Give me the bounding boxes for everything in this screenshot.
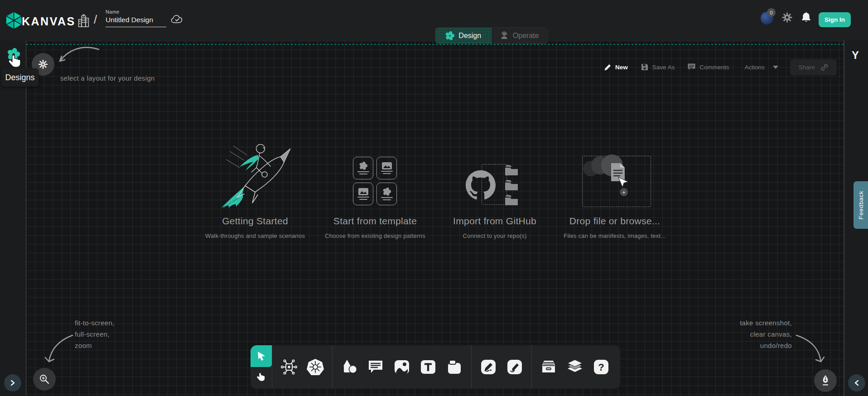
tab-design[interactable]: Design — [435, 28, 492, 43]
bottom-toolbar: ? — [251, 345, 620, 389]
comment-tool[interactable] — [366, 354, 386, 380]
share-button[interactable]: Share — [790, 59, 837, 75]
notification-count-badge: 0 — [767, 8, 776, 17]
layers-tool[interactable] — [565, 354, 585, 380]
mode-toggle: Design Operate — [435, 27, 548, 44]
card-title: Import from GitHub — [453, 216, 536, 227]
hint-line: full-screen, — [75, 328, 115, 340]
hint-line: fit-to-screen, — [75, 317, 115, 328]
save-as-button[interactable]: Save As — [641, 63, 675, 71]
merge-y-icon[interactable]: Y — [852, 49, 859, 62]
layout-hint-text: select a layout for your design — [60, 72, 155, 84]
card-import-github[interactable]: Import from GitHub Connect to your repo(… — [440, 144, 549, 239]
gear-icon[interactable] — [782, 12, 792, 23]
new-pencil-icon — [604, 63, 612, 71]
chevron-down-icon — [773, 66, 778, 69]
share-link-icon — [820, 63, 828, 71]
tab-design-label: Design — [458, 32, 481, 40]
card-subtitle: Files can be manifests, images, text... — [564, 232, 665, 239]
pen-nib-icon — [820, 375, 831, 386]
comments-button[interactable]: Comments — [687, 63, 729, 71]
template-tile — [376, 157, 397, 179]
new-button[interactable]: New — [604, 63, 628, 71]
template-tile — [353, 183, 373, 205]
component-tool[interactable] — [279, 354, 299, 380]
hint-line: take screenshot, — [701, 317, 792, 328]
save-icon — [641, 63, 649, 71]
rocket-doodle-icon — [218, 141, 294, 210]
drawer-tool[interactable] — [539, 354, 559, 380]
card-start-from-template[interactable]: Start from template Choose from existing… — [321, 144, 429, 239]
cloud-save-icon[interactable] — [171, 14, 184, 24]
zoom-hint-arrow — [40, 330, 76, 367]
pan-tool[interactable] — [251, 367, 272, 389]
layers-icon — [566, 359, 583, 375]
card-drop-file[interactable]: + Drop file or browse... Files can be ma… — [560, 144, 669, 239]
card-title: Getting Started — [222, 216, 288, 227]
zoom-button[interactable] — [33, 368, 56, 391]
pen-actions-button[interactable] — [814, 369, 837, 392]
brand-name: KANVAS — [22, 15, 76, 28]
expand-right-panel-button[interactable] — [848, 374, 865, 391]
design-name-label: Name — [106, 9, 166, 14]
text-tool[interactable] — [418, 354, 438, 380]
card-title: Start from template — [333, 216, 417, 227]
pencil-tool[interactable] — [505, 354, 525, 380]
kubernetes-tool[interactable] — [305, 354, 325, 380]
image-tool-icon — [394, 360, 410, 374]
template-tile — [353, 157, 373, 179]
bell-icon[interactable] — [801, 12, 811, 23]
template-art — [321, 144, 429, 208]
pen-tool-icon — [481, 359, 496, 375]
hand-cursor-icon — [8, 53, 23, 72]
canvas-action-bar: New Save As Comments Actions Share — [604, 60, 837, 74]
breadcrumb-separator: / — [94, 13, 97, 27]
select-tool[interactable] — [251, 345, 272, 367]
card-subtitle: Choose from existing design patterns — [325, 232, 425, 239]
left-rail — [0, 41, 26, 396]
feedback-label: Feedback — [858, 191, 864, 219]
share-label: Share — [799, 64, 815, 71]
tab-operate[interactable]: Operate — [492, 28, 548, 43]
operate-tab-icon — [500, 31, 509, 40]
note-tool-icon — [447, 359, 462, 375]
chevron-left-icon — [854, 380, 859, 386]
actions-label: Actions — [745, 64, 765, 71]
github-art — [440, 144, 549, 208]
drawer-icon — [540, 360, 557, 374]
expand-left-panel-button[interactable] — [4, 374, 21, 391]
text-tool-icon — [420, 360, 436, 374]
layout-hint-arrow — [53, 43, 101, 69]
hint-line: zoom — [75, 340, 115, 351]
help-icon: ? — [593, 359, 609, 375]
card-subtitle: Connect to your repo(s) — [463, 232, 526, 239]
feedback-tab[interactable]: Feedback — [854, 181, 868, 229]
github-icon — [466, 170, 496, 200]
card-getting-started[interactable]: Getting Started Walk-throughs and sample… — [201, 144, 309, 239]
organization-icon[interactable] — [77, 14, 90, 28]
tab-operate-label: Operate — [513, 32, 539, 40]
note-tool[interactable] — [444, 354, 464, 380]
help-tool[interactable]: ? — [591, 354, 611, 380]
getting-started-art — [201, 144, 309, 208]
screenshot-hint-text: take screenshot, clear canvas, undo/redo — [701, 317, 792, 351]
zoom-in-icon — [39, 374, 50, 385]
kanvas-app: KANVAS / Name — [0, 0, 868, 396]
save-as-label: Save As — [652, 64, 675, 71]
image-tool[interactable] — [392, 354, 412, 380]
template-tile — [376, 183, 397, 205]
pen-tool[interactable] — [478, 354, 498, 380]
avatar[interactable]: 0 — [761, 12, 773, 24]
card-subtitle: Walk-throughs and sample scenarios — [205, 232, 305, 239]
kanvas-logo-icon[interactable] — [5, 11, 22, 30]
design-name-input[interactable] — [106, 14, 166, 27]
pencil-tool-icon — [507, 359, 522, 375]
sign-in-button[interactable]: Sign In — [819, 12, 851, 27]
design-tab-icon — [445, 31, 454, 40]
comments-label: Comments — [699, 64, 729, 71]
toolbar-pointer-group — [251, 345, 272, 389]
shapes-tool[interactable] — [339, 354, 359, 380]
svg-text:?: ? — [598, 362, 604, 373]
design-name-group: Name — [106, 9, 166, 27]
actions-dropdown[interactable]: Actions — [745, 64, 778, 71]
